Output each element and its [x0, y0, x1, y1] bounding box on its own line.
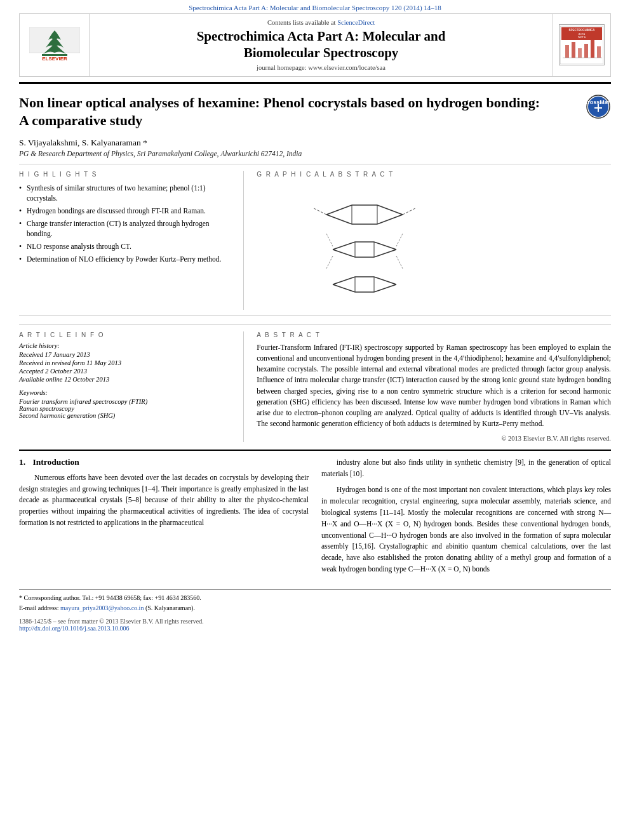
keyword-1: Fourier transform infrared spectroscopy …	[19, 398, 234, 405]
journal-homepage: journal homepage: www.elsevier.com/locat…	[96, 64, 546, 71]
article-title-section: Non linear optical analyses of hexamine:…	[0, 84, 630, 135]
svg-line-35	[333, 250, 355, 257]
journal-logo-area: SPECTROCHIMICA ACTA PART A	[553, 14, 610, 76]
footnote-section: * Corresponding author. Tel.: +91 94438 …	[19, 589, 611, 613]
contents-line: Contents lists available at ScienceDirec…	[96, 19, 546, 26]
highlight-item: Determination of NLO efficiency by Powde…	[19, 254, 234, 264]
svg-line-42	[333, 277, 355, 284]
highlights-heading: H I G H L I G H T S	[19, 171, 234, 178]
intro-paragraph-1: Numerous efforts have been devoted over …	[19, 472, 309, 529]
doi-link[interactable]: http://dx.doi.org/10.1016/j.saa.2013.10.…	[19, 625, 129, 632]
svg-rect-10	[578, 48, 582, 58]
svg-line-23	[377, 215, 403, 224]
svg-text:ELSEVIER: ELSEVIER	[42, 56, 67, 62]
thin-divider-1	[19, 164, 611, 164]
svg-line-38	[326, 234, 333, 246]
graphical-abstract-column: G R A P H I C A L A B S T R A C T	[244, 171, 611, 310]
keywords-label: Keywords:	[19, 389, 234, 396]
svg-line-40	[326, 256, 333, 269]
svg-rect-11	[584, 44, 588, 58]
journal-header: ELSEVIER Contents lists available at Sci…	[19, 13, 611, 77]
svg-line-25	[326, 215, 352, 224]
highlights-graphical-section: H I G H L I G H T S Synthesis of similar…	[19, 171, 611, 310]
molecular-structure-svg	[266, 186, 463, 307]
elsevier-logo-svg: ELSEVIER	[29, 27, 80, 62]
body-right-column: industry alone but also finds utility in…	[321, 457, 611, 580]
highlight-item: Synthesis of similar structures of two h…	[19, 183, 234, 203]
intro-paragraph-2: industry alone but also finds utility in…	[321, 457, 611, 575]
svg-rect-13	[597, 46, 601, 58]
journal-top-bar: Spectrochimica Acta Part A: Molecular an…	[0, 0, 630, 13]
abstract-text: Fourier-Transform Infrared (FT-IR) spect…	[257, 342, 611, 430]
spectrochimica-logo: SPECTROCHIMICA ACTA PART A	[559, 24, 605, 65]
svg-rect-8	[565, 45, 569, 58]
svg-rect-9	[572, 42, 575, 58]
svg-line-30	[333, 242, 355, 250]
svg-line-45	[374, 284, 396, 292]
bottom-info: 1386-1425/$ – see front matter © 2013 El…	[19, 618, 611, 632]
thick-divider-2	[19, 450, 611, 451]
svg-line-41	[396, 256, 403, 269]
article-history: Article history: Received 17 January 201…	[19, 342, 234, 383]
article-info-section: A R T I C L E I N F O Article history: R…	[19, 324, 611, 442]
crossmark-icon: CrossMark	[586, 94, 611, 119]
svg-line-28	[314, 208, 326, 215]
keyword-2: Raman spectroscopy	[19, 405, 234, 412]
highlights-list: Synthesis of similar structures of two h…	[19, 183, 234, 265]
svg-line-29	[403, 208, 415, 215]
svg-line-33	[374, 250, 396, 257]
copyright-line: © 2013 Elsevier B.V. All rights reserved…	[257, 435, 611, 442]
svg-rect-12	[591, 40, 594, 58]
abstract-column: A B S T R A C T Fourier-Transform Infrar…	[244, 331, 611, 442]
online-date: Available online 12 October 2013	[19, 376, 234, 383]
highlight-item: NLO response analysis through CT.	[19, 241, 234, 251]
revised-date: Received in revised form 11 May 2013	[19, 359, 234, 366]
svg-line-47	[333, 284, 355, 292]
history-label: Article history:	[19, 342, 234, 349]
article-info-column: A R T I C L E I N F O Article history: R…	[19, 331, 244, 442]
journal-title: Spectrochimica Acta Part A: Molecular an…	[96, 28, 546, 62]
svg-line-44	[374, 277, 396, 284]
intro-number: 1.	[19, 457, 25, 467]
intro-heading: 1. Introduction	[19, 457, 309, 467]
authors-section: S. Vijayalakshmi, S. Kalyanaraman * PG &…	[0, 135, 630, 160]
article-title: Non linear optical analyses of hexamine:…	[19, 94, 540, 130]
keyword-3: Second harmonic generation (SHG)	[19, 412, 234, 419]
elsevier-logo-area: ELSEVIER	[20, 14, 90, 76]
body-section: 1. Introduction Numerous efforts have be…	[19, 457, 611, 580]
issn-copyright: 1386-1425/$ – see front matter © 2013 El…	[19, 618, 611, 625]
email-link[interactable]: mayura_priya2003@yahoo.co.in	[60, 604, 144, 611]
svg-line-32	[374, 242, 396, 250]
graphical-abstract-image	[257, 183, 473, 310]
article-info-heading: A R T I C L E I N F O	[19, 331, 234, 338]
svg-line-20	[326, 205, 352, 215]
authors: S. Vijayalakshmi, S. Kalyanaraman *	[19, 138, 611, 148]
highlights-column: H I G H L I G H T S Synthesis of similar…	[19, 171, 244, 310]
svg-text:PART A: PART A	[578, 36, 586, 39]
journal-title-area: Contents lists available at ScienceDirec…	[90, 14, 553, 76]
svg-text:SPECTROCHIMICA: SPECTROCHIMICA	[568, 29, 595, 32]
highlight-item: Hydrogen bondings are discussed through …	[19, 206, 234, 216]
received-date: Received 17 January 2013	[19, 351, 234, 358]
body-left-column: 1. Introduction Numerous efforts have be…	[19, 457, 309, 580]
footnote-email: E-mail address: mayura_priya2003@yahoo.c…	[19, 604, 611, 613]
highlight-item: Charge transfer interaction (CT) is anal…	[19, 218, 234, 239]
graphical-abstract-heading: G R A P H I C A L A B S T R A C T	[257, 171, 611, 178]
intro-title: Introduction	[33, 457, 79, 467]
keywords-section: Keywords: Fourier transform infrared spe…	[19, 389, 234, 419]
svg-text:ACTA: ACTA	[579, 32, 586, 36]
abstract-heading: A B S T R A C T	[257, 331, 611, 338]
journal-citation: Spectrochimica Acta Part A: Molecular an…	[189, 4, 441, 11]
affiliation: PG & Research Department of Physics, Sri…	[19, 150, 611, 157]
svg-line-39	[396, 234, 403, 246]
footnote-star: * Corresponding author. Tel.: +91 94438 …	[19, 594, 611, 603]
svg-line-22	[377, 205, 403, 215]
accepted-date: Accepted 2 October 2013	[19, 368, 234, 375]
science-direct-link[interactable]: ScienceDirect	[337, 19, 375, 26]
